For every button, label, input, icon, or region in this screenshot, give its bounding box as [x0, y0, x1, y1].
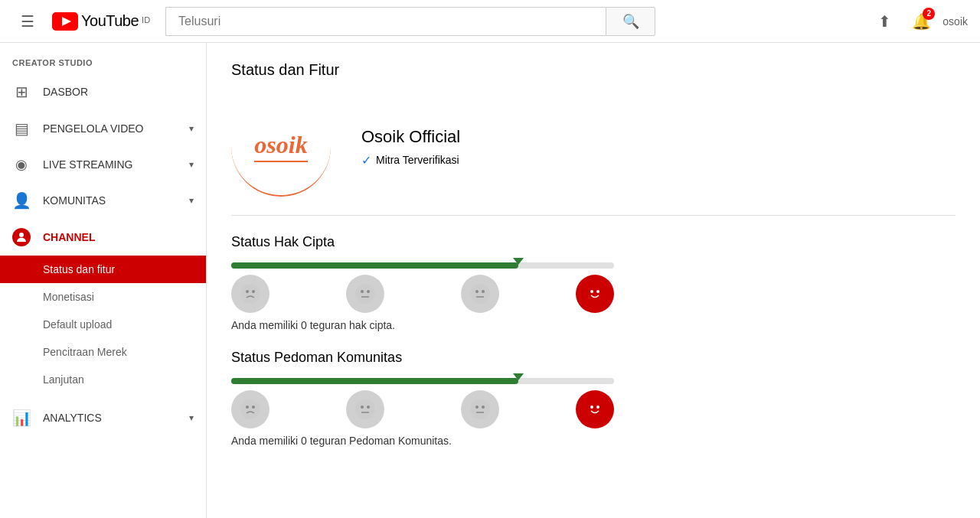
verified-badge: ✓ Mitra Terverifikasi	[361, 153, 460, 168]
channel-submenu: Status dan fitur Monetisasi Default uplo…	[0, 256, 206, 393]
top-navigation: ☰ YouTube ID 🔍 ⬆ 🔔 2 osoik	[0, 0, 980, 43]
search-button[interactable]: 🔍	[606, 7, 655, 36]
svg-point-6	[355, 284, 375, 304]
svg-point-5	[252, 290, 255, 293]
sidebar-subitem-pencitraan-merek[interactable]: Pencitraan Merek	[0, 338, 206, 366]
channel-logo-text: osoik	[254, 131, 307, 162]
channel-card: osoik Osoik Official ✓ Mitra Terverifika…	[231, 97, 956, 216]
svg-point-3	[240, 284, 260, 304]
sidebar-label-pengelola-video: PENGELOLA VIDEO	[43, 122, 177, 135]
notification-wrapper: 🔔 2	[906, 6, 936, 37]
channel-logo: osoik	[231, 97, 331, 197]
upload-button[interactable]: ⬆	[869, 6, 900, 37]
channel-name: Osoik Official	[361, 127, 460, 147]
komunitas-face-neutral-1	[346, 390, 384, 428]
svg-point-2	[19, 233, 24, 237]
search-input[interactable]	[165, 7, 606, 36]
svg-point-22	[367, 406, 370, 409]
face-sad-1	[231, 275, 270, 313]
sidebar-section-title: CREATOR STUDIO	[0, 43, 206, 73]
hak-cipta-section: Status Hak Cipta	[231, 234, 956, 331]
live-streaming-icon: ◉	[12, 156, 31, 173]
pengelola-video-chevron: ▾	[189, 123, 194, 134]
youtube-logo-icon	[52, 12, 78, 31]
channel-icon	[12, 228, 31, 246]
sidebar-item-dasbor[interactable]: ⊞ DASBOR	[0, 73, 206, 110]
upload-icon: ⬆	[878, 12, 891, 31]
face-neutral-2	[461, 275, 499, 313]
hak-cipta-meter-wrap	[231, 262, 614, 269]
nav-actions: ⬆ 🔔 2 osoik	[869, 6, 968, 37]
sidebar-subitem-default-upload[interactable]: Default upload	[0, 311, 206, 338]
komunitas-pointer	[513, 373, 524, 380]
search-icon: 🔍	[622, 13, 639, 30]
komunitas-meter-bar	[231, 378, 614, 384]
analytics-chevron: ▾	[189, 412, 194, 423]
svg-point-15	[590, 290, 593, 293]
sidebar-label-dasbor: DASBOR	[43, 86, 194, 98]
svg-point-11	[475, 290, 479, 293]
youtube-logo[interactable]: YouTube ID	[52, 12, 150, 31]
svg-point-16	[596, 290, 599, 293]
sidebar-label-live-streaming: LIVE STREAMING	[43, 158, 177, 171]
dasbor-icon: ⊞	[12, 83, 31, 101]
main-layout: CREATOR STUDIO ⊞ DASBOR ▤ PENGELOLA VIDE…	[0, 43, 980, 518]
sidebar-item-channel[interactable]: CHANNEL	[0, 219, 206, 256]
sidebar-label-channel: CHANNEL	[43, 231, 194, 243]
hamburger-menu[interactable]: ☰	[12, 6, 43, 37]
komunitas-meter-wrap	[231, 378, 614, 384]
svg-point-14	[585, 284, 605, 304]
svg-point-28	[585, 399, 605, 419]
svg-point-20	[355, 399, 375, 419]
search-bar: 🔍	[165, 7, 655, 36]
sidebar-item-live-streaming[interactable]: ◉ LIVE STREAMING ▾	[0, 147, 206, 182]
komunitas-meter-fill	[231, 378, 518, 384]
svg-point-12	[482, 290, 485, 293]
main-content: Status dan Fitur osoik Osoik Official ✓ …	[207, 43, 980, 518]
channel-info: Osoik Official ✓ Mitra Terverifikasi	[361, 127, 460, 168]
check-icon: ✓	[361, 153, 371, 168]
svg-point-7	[361, 290, 364, 293]
sidebar-subitem-status-fitur[interactable]: Status dan fitur	[0, 256, 206, 283]
komunitas-face-sad	[231, 390, 270, 428]
sidebar-item-pengelola-video[interactable]: ▤ PENGELOLA VIDEO ▾	[0, 110, 206, 147]
komunitas-status-text: Anda memiliki 0 teguran Pedoman Komunita…	[231, 435, 956, 447]
svg-point-26	[482, 406, 485, 409]
komunitas-title: Status Pedoman Komunitas	[231, 350, 956, 366]
svg-point-10	[470, 284, 490, 304]
sidebar-item-analytics[interactable]: 📊 ANALYTICS ▾	[0, 399, 206, 436]
svg-point-29	[590, 406, 593, 409]
komunitas-face-neutral-2	[461, 390, 499, 428]
svg-point-25	[475, 406, 479, 409]
svg-point-4	[246, 290, 249, 293]
face-neutral-1	[346, 275, 384, 313]
hak-cipta-meter-bar	[231, 262, 614, 269]
sidebar-subitem-monetisasi[interactable]: Monetisasi	[0, 283, 206, 311]
komunitas-face-happy	[576, 390, 614, 428]
svg-point-30	[596, 406, 599, 409]
sidebar-label-analytics: ANALYTICS	[43, 412, 177, 424]
analytics-icon: 📊	[12, 409, 31, 427]
svg-point-18	[246, 406, 249, 409]
hak-cipta-meter-fill	[231, 262, 518, 269]
page-title: Status dan Fitur	[231, 61, 956, 79]
komunitas-chevron: ▾	[189, 195, 194, 206]
svg-point-24	[470, 399, 490, 419]
sidebar-subitem-lanjutan[interactable]: Lanjutan	[0, 366, 206, 393]
pengelola-video-icon: ▤	[12, 119, 31, 138]
sidebar-item-komunitas[interactable]: 👤 KOMUNITAS ▾	[0, 182, 206, 219]
youtube-country-id: ID	[142, 15, 150, 24]
hak-cipta-faces	[231, 275, 614, 313]
sidebar-label-komunitas: KOMUNITAS	[43, 194, 177, 207]
svg-point-17	[240, 399, 260, 419]
komunitas-section: Status Pedoman Komunitas	[231, 350, 956, 447]
face-happy-active	[576, 275, 614, 313]
live-streaming-chevron: ▾	[189, 159, 194, 170]
verified-label: Mitra Terverifikasi	[376, 154, 459, 166]
sidebar: CREATOR STUDIO ⊞ DASBOR ▤ PENGELOLA VIDE…	[0, 43, 207, 518]
user-name[interactable]: osoik	[942, 15, 968, 28]
youtube-text: YouTube	[81, 12, 139, 30]
notification-badge: 2	[923, 8, 935, 20]
komunitas-icon: 👤	[12, 191, 31, 210]
svg-point-21	[361, 406, 364, 409]
